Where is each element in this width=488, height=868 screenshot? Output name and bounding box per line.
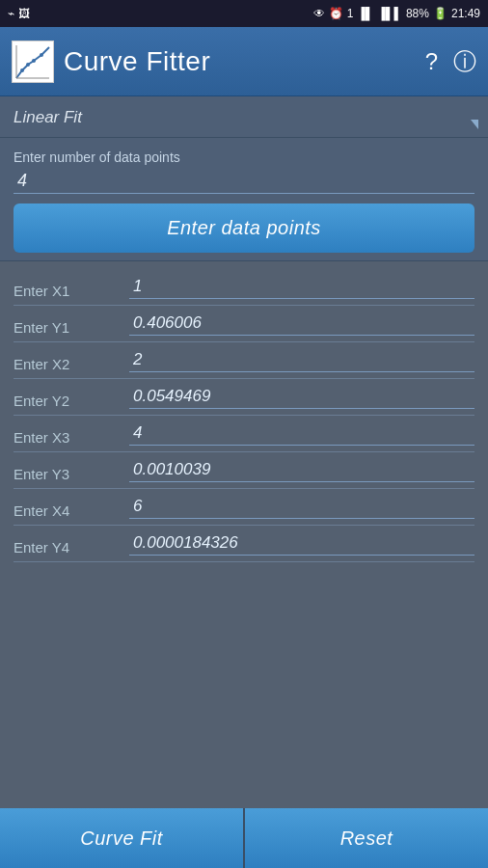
input-x3[interactable] xyxy=(129,421,474,446)
svg-point-3 xyxy=(20,68,24,72)
field-row-y2: Enter Y2 xyxy=(14,379,474,416)
fit-type-label: Linear Fit xyxy=(14,108,82,126)
usb-icon: ⌁ xyxy=(8,7,14,20)
status-bar: ⌁ 🖼 👁 ⏰ 1 ▐▌ ▐▌▌ 88% 🔋 21:49 xyxy=(0,0,488,27)
battery-icon: 🔋 xyxy=(433,7,447,20)
main-content: Linear Fit Enter number of data points E… xyxy=(0,96,488,808)
input-x4[interactable] xyxy=(129,495,474,519)
svg-point-6 xyxy=(40,53,43,57)
app-icon xyxy=(12,41,54,83)
input-y2[interactable] xyxy=(129,385,474,409)
time-display: 21:49 xyxy=(451,7,480,20)
data-points-section: Enter number of data points Enter data p… xyxy=(0,138,488,260)
field-row-x3: Enter X3 xyxy=(14,416,474,452)
field-row-x1: Enter X1 xyxy=(14,269,474,306)
help-button[interactable]: ? xyxy=(425,48,438,75)
battery-percent: 88% xyxy=(406,7,429,20)
header-actions: ? ⓘ xyxy=(425,46,476,77)
svg-point-4 xyxy=(26,63,30,67)
svg-point-5 xyxy=(32,59,36,63)
input-x2[interactable] xyxy=(129,348,474,372)
field-row-y3: Enter Y3 xyxy=(14,452,474,489)
app-title: Curve Fitter xyxy=(64,46,210,77)
label-y2: Enter Y2 xyxy=(14,393,129,409)
input-y1[interactable] xyxy=(129,312,474,336)
input-y3[interactable] xyxy=(129,458,474,482)
dropdown-arrow-icon xyxy=(471,120,478,129)
eye-icon: 👁 xyxy=(313,7,325,20)
label-x4: Enter X4 xyxy=(14,502,129,519)
field-row-x2: Enter X2 xyxy=(14,342,474,379)
input-y4[interactable] xyxy=(129,531,474,556)
data-fields-section: Enter X1 Enter Y1 Enter X2 Enter Y2 Ente… xyxy=(0,261,488,808)
curve-fit-button[interactable]: Curve Fit xyxy=(0,808,245,868)
reset-button[interactable]: Reset xyxy=(245,808,488,868)
notification-badge: 1 xyxy=(347,7,354,20)
status-right: 👁 ⏰ 1 ▐▌ ▐▌▌ 88% 🔋 21:49 xyxy=(313,7,480,20)
signal-bars: ▐▌ xyxy=(357,7,373,20)
status-left: ⌁ 🖼 xyxy=(8,7,30,20)
input-x1[interactable] xyxy=(129,275,474,299)
num-points-input[interactable] xyxy=(14,169,474,194)
info-button[interactable]: ⓘ xyxy=(453,46,476,77)
label-y3: Enter Y3 xyxy=(14,466,129,482)
signal-bars-2: ▐▌▌ xyxy=(377,7,402,20)
label-x2: Enter X2 xyxy=(14,356,129,372)
app-header: Curve Fitter ? ⓘ xyxy=(0,27,488,96)
field-row-y1: Enter Y1 xyxy=(14,306,474,342)
fit-type-dropdown[interactable]: Linear Fit xyxy=(0,96,488,137)
field-row-y4: Enter Y4 xyxy=(14,526,474,562)
num-points-label: Enter number of data points xyxy=(14,149,474,165)
enter-data-points-button[interactable]: Enter data points xyxy=(14,203,474,253)
label-x1: Enter X1 xyxy=(14,283,129,299)
alarm-icon: ⏰ xyxy=(329,7,343,20)
label-y1: Enter Y1 xyxy=(14,319,129,336)
bottom-bar: Curve Fit Reset xyxy=(0,808,488,868)
label-x3: Enter X3 xyxy=(14,429,129,446)
header-left: Curve Fitter xyxy=(12,41,210,83)
image-icon: 🖼 xyxy=(18,7,30,20)
label-y4: Enter Y4 xyxy=(14,539,129,556)
field-row-x4: Enter X4 xyxy=(14,489,474,526)
